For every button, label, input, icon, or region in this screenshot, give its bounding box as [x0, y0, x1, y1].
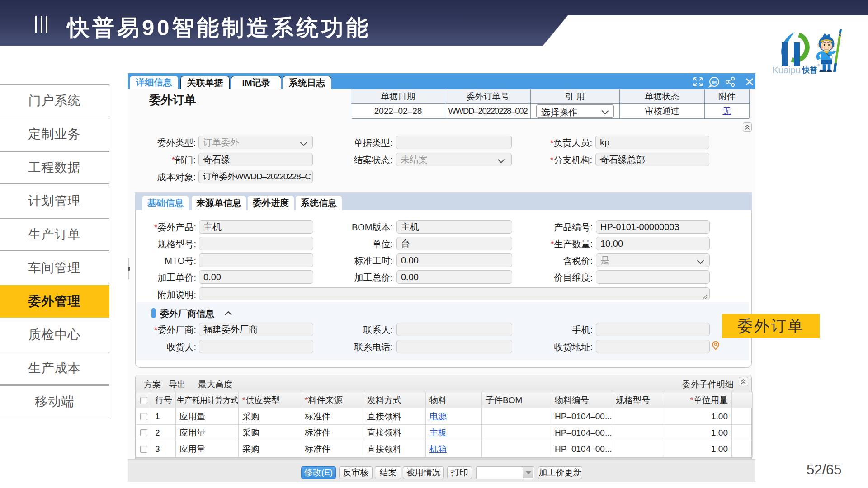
svg-text:Kuaipu: Kuaipu	[772, 65, 800, 75]
svg-text:®: ®	[817, 63, 820, 67]
svg-text:IM: IM	[712, 80, 717, 84]
svg-text:快普: 快普	[802, 66, 817, 75]
